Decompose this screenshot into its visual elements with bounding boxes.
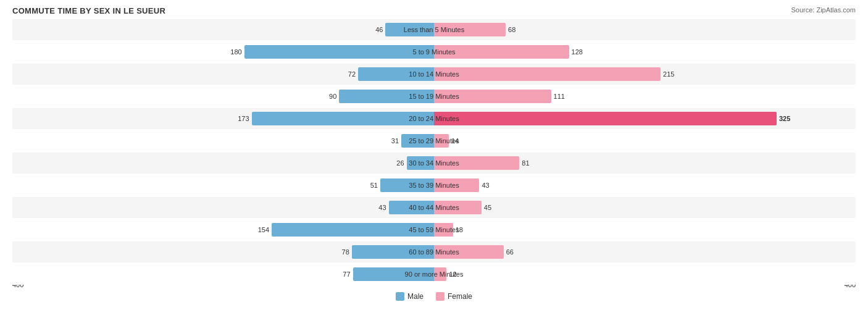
legend-male: Male [396,292,424,301]
table-row: 311425 to 29 Minutes [12,130,856,151]
chart-container: COMMUTE TIME BY SEX IN LE SUEUR Source: … [0,0,868,323]
right-section: 12 [434,264,856,285]
female-value: 12 [446,271,465,278]
male-value: 31 [383,137,401,145]
female-bar [434,245,504,259]
female-value: 81 [519,159,538,167]
source-text: Source: ZipAtlas.com [791,6,856,14]
female-bar [434,178,479,192]
male-bar [352,245,434,259]
male-value: 180 [226,48,244,56]
male-value: 77 [335,271,353,278]
chart-title: COMMUTE TIME BY SEX IN LE SUEUR [12,6,856,15]
right-section: 18 [434,219,856,240]
male-bar [272,223,434,237]
male-value: 43 [370,204,389,211]
male-value: 78 [333,248,352,256]
table-row: 514335 to 39 Minutes [12,175,856,196]
female-value: 111 [551,93,570,100]
left-section: 90 [12,86,434,107]
right-section: 215 [434,64,856,85]
right-section: 14 [434,130,856,151]
female-value: 45 [482,204,500,211]
female-bar [434,23,506,36]
male-value: 51 [362,182,380,189]
female-value: 43 [479,182,498,189]
female-bar [434,90,551,103]
right-section: 45 [434,197,856,218]
female-value: 215 [661,70,679,78]
male-bar [407,156,434,170]
female-bar [434,112,777,125]
female-bar [434,201,482,214]
left-section: 43 [12,197,434,218]
left-section: 72 [12,64,434,85]
bars-area: 4668Less than 5 Minutes1801285 to 9 Minu… [12,19,856,279]
left-section: 26 [12,153,434,174]
female-value: 14 [449,137,467,145]
table-row: 786660 to 89 Minutes [12,241,856,262]
legend: Male Female [12,292,856,301]
table-row: 434540 to 44 Minutes [12,197,856,218]
table-row: 7221510 to 14 Minutes [12,64,856,85]
male-bar [401,134,434,148]
right-section: 68 [434,19,856,40]
legend-male-label: Male [407,292,424,301]
right-section: 81 [434,153,856,174]
right-section: 111 [434,86,856,107]
male-value: 154 [253,226,272,233]
left-section: 31 [12,130,434,151]
left-section: 51 [12,175,434,196]
male-bar [385,23,434,36]
female-bar [434,267,446,281]
left-section: 78 [12,241,434,262]
legend-male-box [396,292,404,301]
right-section: 66 [434,241,856,262]
right-section: 43 [434,175,856,196]
female-bar [434,45,569,59]
female-bar [434,134,449,148]
table-row: 17332520 to 24 Minutes [12,108,856,129]
female-value: 68 [506,26,524,33]
left-section: 173 [12,108,434,129]
left-section: 154 [12,219,434,240]
table-row: 771290 or more Minutes [12,264,856,285]
male-value: 46 [367,26,385,33]
female-bar [434,67,661,81]
male-bar [389,201,434,214]
male-value: 90 [320,93,339,100]
table-row: 1801285 to 9 Minutes [12,41,856,62]
male-bar [353,267,434,281]
female-bar [434,223,453,237]
legend-female-box [436,292,444,301]
male-value: 72 [340,70,358,78]
table-row: 268130 to 34 Minutes [12,153,856,174]
female-value: 128 [569,48,588,56]
table-row: 4668Less than 5 Minutes [12,19,856,40]
female-value: 66 [504,248,522,256]
legend-female-label: Female [448,292,472,301]
female-value: 325 [777,115,795,122]
left-section: 77 [12,264,434,285]
male-value: 173 [233,115,252,122]
female-bar [434,156,519,170]
female-value: 18 [453,226,472,233]
left-section: 46 [12,19,434,40]
right-section: 128 [434,41,856,62]
male-bar [358,67,434,81]
male-bar [244,45,434,59]
male-bar [339,90,434,103]
male-bar [380,178,434,192]
right-section: 325 [434,108,856,129]
table-row: 1541845 to 59 Minutes [12,219,856,240]
table-row: 9011115 to 19 Minutes [12,86,856,107]
male-value: 26 [388,159,407,167]
male-bar [252,112,434,125]
legend-female: Female [436,292,472,301]
left-section: 180 [12,41,434,62]
